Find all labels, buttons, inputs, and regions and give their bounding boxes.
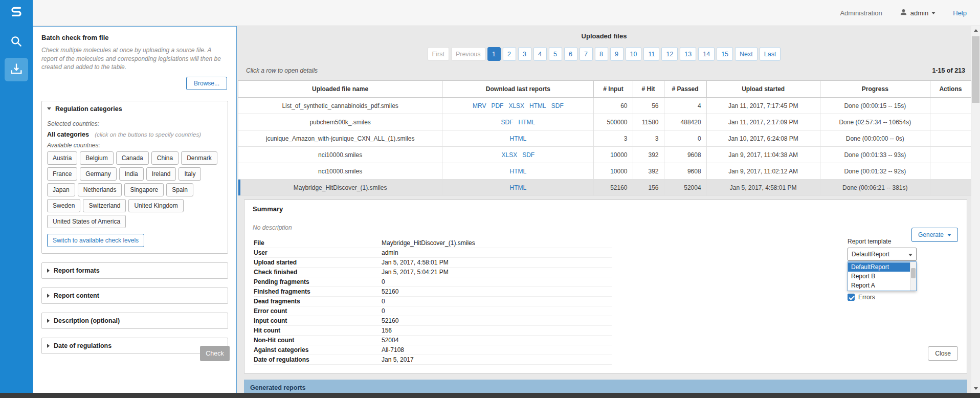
pagination-page-13[interactable]: 13 bbox=[680, 47, 696, 61]
country-button-denmark[interactable]: Denmark bbox=[181, 151, 217, 165]
template-option-report-a[interactable]: Report A bbox=[848, 281, 910, 290]
passed-count-cell: 488420 bbox=[664, 114, 706, 130]
country-button-spain[interactable]: Spain bbox=[166, 183, 193, 196]
summary-field-row: Useradmin bbox=[254, 248, 612, 258]
table-row[interactable]: nci10000.smilesHTML100003929608Jan 9, 20… bbox=[238, 163, 971, 180]
country-button-india[interactable]: India bbox=[119, 167, 144, 181]
pagination-next[interactable]: Next bbox=[735, 47, 758, 61]
pagination-page-5[interactable]: 5 bbox=[549, 47, 562, 61]
pagination-page-10[interactable]: 10 bbox=[626, 47, 642, 61]
report-link-html[interactable]: HTML bbox=[510, 168, 527, 175]
pagination-page-11[interactable]: 11 bbox=[643, 47, 659, 61]
summary-field-value: 52160 bbox=[382, 287, 612, 297]
pagination-page-2[interactable]: 2 bbox=[503, 47, 516, 61]
country-button-united-kingdom[interactable]: United Kingdom bbox=[128, 199, 183, 212]
user-menu[interactable]: admin bbox=[900, 8, 936, 17]
row-details-hint: Click a row to open details bbox=[246, 67, 318, 74]
sidebar-item-search[interactable] bbox=[9, 34, 24, 50]
summary-field-row: Input count52160 bbox=[254, 316, 612, 326]
country-button-switzerland[interactable]: Switzerland bbox=[83, 199, 126, 212]
table-meta-row: Click a row to open details 1-15 of 213 bbox=[246, 67, 965, 74]
pagination-page-8[interactable]: 8 bbox=[595, 47, 608, 61]
switch-check-levels-button[interactable]: Switch to available check levels bbox=[47, 234, 144, 247]
pagination-page-1[interactable]: 1 bbox=[487, 47, 501, 61]
report-link-html[interactable]: HTML bbox=[519, 119, 536, 126]
close-button[interactable]: Close bbox=[928, 346, 958, 361]
country-button-sweden[interactable]: Sweden bbox=[47, 199, 80, 212]
report-link-html[interactable]: HTML bbox=[529, 102, 546, 109]
generate-button[interactable]: Generate bbox=[911, 228, 958, 242]
pagination-page-9[interactable]: 9 bbox=[610, 47, 623, 61]
summary-field-value: Jan 5, 2017 bbox=[382, 355, 612, 365]
table-row[interactable]: nci10000.smilesXLSXSDF100003929608Jan 9,… bbox=[238, 147, 971, 163]
regulation-categories-header[interactable]: Regulation categories bbox=[42, 101, 228, 117]
scroll-down-button[interactable] bbox=[971, 384, 980, 393]
pagination-page-12[interactable]: 12 bbox=[661, 47, 678, 61]
progress-cell: Done (00:00:15 -- 15s) bbox=[820, 98, 930, 114]
country-button-japan[interactable]: Japan bbox=[47, 183, 75, 196]
report-template-select[interactable]: DefaultReport bbox=[848, 248, 917, 261]
app-logo[interactable] bbox=[0, 0, 33, 26]
report-link-sdf[interactable]: SDF bbox=[501, 119, 514, 126]
table-row[interactable]: List_of_synthetic_cannabinoids_pdf.smile… bbox=[238, 98, 971, 114]
pagination-page-4[interactable]: 4 bbox=[533, 47, 547, 61]
pagination-page-7[interactable]: 7 bbox=[580, 47, 593, 61]
report-link-sdf[interactable]: SDF bbox=[522, 151, 534, 159]
report-link-xlsx[interactable]: XLSX bbox=[508, 102, 524, 109]
country-button-france[interactable]: France bbox=[47, 167, 77, 181]
template-option-report-b[interactable]: Report B bbox=[848, 272, 910, 281]
country-button-belgium[interactable]: Belgium bbox=[80, 151, 113, 165]
country-button-ireland[interactable]: Ireland bbox=[146, 167, 176, 181]
col-header-upload-started: Upload started bbox=[706, 81, 820, 98]
browse-button[interactable]: Browse... bbox=[186, 77, 227, 90]
table-row[interactable]: Maybridge_HitDiscover_(1).smilesHTML5216… bbox=[238, 180, 971, 196]
report-link-sdf[interactable]: SDF bbox=[551, 102, 564, 109]
dropdown-scrollbar[interactable] bbox=[910, 262, 916, 291]
window-scrollbar[interactable] bbox=[971, 26, 980, 393]
check-button[interactable]: Check bbox=[200, 346, 230, 361]
report-link-pdf[interactable]: PDF bbox=[491, 102, 503, 109]
country-button-netherlands[interactable]: Netherlands bbox=[78, 183, 122, 196]
pagination-page-6[interactable]: 6 bbox=[564, 47, 577, 61]
country-button-singapore[interactable]: Singapore bbox=[124, 183, 164, 196]
sidebar-item-batch-check[interactable] bbox=[5, 58, 28, 81]
report-link-html[interactable]: HTML bbox=[510, 184, 527, 191]
summary-field-row: Date of regulationsJan 5, 2017 bbox=[254, 355, 612, 365]
summary-field-row: Dead fragments0 bbox=[254, 297, 612, 306]
col-header-hit: # Hit bbox=[633, 81, 664, 98]
scroll-up-button[interactable] bbox=[971, 26, 980, 35]
col-header-passed: # Passed bbox=[664, 81, 706, 98]
report-link-html[interactable]: HTML bbox=[510, 135, 527, 142]
table-row[interactable]: jcunique_Amazon_with-jcunique_CXN_ALL_(1… bbox=[238, 130, 971, 147]
errors-checkbox[interactable] bbox=[848, 294, 855, 301]
country-button-china[interactable]: China bbox=[151, 151, 179, 165]
pagination-page-14[interactable]: 14 bbox=[698, 47, 715, 61]
selected-countries-label: Selected countries: bbox=[47, 120, 222, 127]
country-button-united-states-of-america[interactable]: United States of America bbox=[47, 215, 126, 228]
table-row[interactable]: pubchem500k_.smilesSDFHTML50000011580488… bbox=[238, 114, 971, 130]
administration-link[interactable]: Administration bbox=[840, 9, 882, 17]
help-link[interactable]: Help bbox=[953, 9, 967, 17]
dropdown-scrollbar-thumb[interactable] bbox=[911, 268, 916, 278]
country-button-germany[interactable]: Germany bbox=[80, 167, 116, 181]
report-link-mrv[interactable]: MRV bbox=[473, 102, 486, 109]
pagination-first[interactable]: First bbox=[428, 47, 449, 61]
actions-cell bbox=[930, 98, 971, 114]
section-header-report-content[interactable]: Report content bbox=[42, 288, 228, 303]
table-header-row: Uploaded file name Download last reports… bbox=[238, 81, 971, 98]
report-link-xlsx[interactable]: XLSX bbox=[502, 151, 518, 159]
pagination-previous[interactable]: Previous bbox=[451, 47, 485, 61]
country-button-austria[interactable]: Austria bbox=[47, 151, 77, 165]
pagination-last[interactable]: Last bbox=[760, 47, 781, 61]
pagination-page-3[interactable]: 3 bbox=[518, 47, 531, 61]
country-button-canada[interactable]: Canada bbox=[116, 151, 149, 165]
pagination-page-15[interactable]: 15 bbox=[717, 47, 733, 61]
country-button-italy[interactable]: Italy bbox=[179, 167, 201, 181]
user-icon bbox=[900, 8, 907, 17]
username-label: admin bbox=[910, 9, 928, 17]
section-header-report-formats[interactable]: Report formats bbox=[42, 263, 228, 278]
section-header-description-optional[interactable]: Description (optional) bbox=[42, 313, 228, 328]
template-option-defaultreport[interactable]: DefaultReport bbox=[848, 262, 910, 272]
summary-field-label: Date of regulations bbox=[254, 355, 382, 365]
scrollbar-thumb[interactable] bbox=[972, 36, 979, 103]
